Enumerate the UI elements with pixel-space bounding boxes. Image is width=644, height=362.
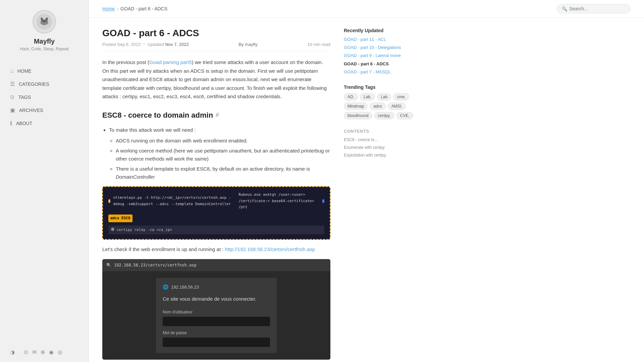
dialog-password-input[interactable] xyxy=(163,338,270,347)
recently-updated-section: Recently Updated GOAD - part 11 - ACL GO… xyxy=(344,28,421,75)
contents-item-2[interactable]: Enumerate with certipy xyxy=(344,145,421,150)
globe-icon: 🌐 xyxy=(163,283,168,291)
adcs-badge: adcs ESC8 xyxy=(108,215,132,222)
page-layout: Mayfly Hack, Code, Sleep, Repeat ⌂ HOME … xyxy=(0,0,644,362)
sidebar-item-home-label: HOME xyxy=(17,68,32,74)
sidebar-item-archives-label: ARCHIVES xyxy=(19,108,43,113)
browser-toolbar: 🔍 192.168.56.23/certsrv/certfnsh.asp xyxy=(102,259,330,271)
tag-bloodhound[interactable]: bloodhound xyxy=(344,112,372,119)
tag-amsi[interactable]: AMSI, xyxy=(388,103,406,110)
dialog-username-input[interactable] xyxy=(163,317,270,326)
browser-screenshot: 🔍 192.168.56.23/certsrv/certfnsh.asp 🌐 1… xyxy=(102,259,330,360)
article-area: GOAD - part 6 - ADCS Posted Sep 6, 2022 … xyxy=(89,18,644,362)
recent-link-2[interactable]: GOAD - part 10 - Delegations xyxy=(344,45,421,51)
contents-title: Contents xyxy=(344,129,421,134)
sidebar-item-archives[interactable]: ▣ ARCHIVES xyxy=(0,104,89,117)
code-text-left: ntlmrelayx.py -t http://<dc_ip>/certsrv/… xyxy=(113,195,236,207)
github-icon[interactable]: ⊙ xyxy=(24,349,28,355)
prev-post-link[interactable]: Goad pwning part5 xyxy=(149,59,192,65)
twitter-icon[interactable]: ✉ xyxy=(32,349,37,355)
theme-toggle-icon[interactable]: ◑ xyxy=(10,349,15,355)
email-icon[interactable]: ⊕ xyxy=(41,349,45,355)
sidebar-item-about-label: ABOUT xyxy=(16,121,32,126)
certipy-cmd-text: certipy relay -ca <ca_ip> xyxy=(117,228,172,232)
article-meta: Posted Sep 6, 2022 • Updated Nov 7, 2022… xyxy=(102,42,330,51)
browser-body: 🌐 192.168.56.23 Ce site vous demande de … xyxy=(102,271,330,360)
certipy-command: certipy relay -ca <ca_ip> xyxy=(108,226,324,235)
contents-item-3[interactable]: Exploitation with certipy xyxy=(344,153,421,158)
dialog-site-ip: 192.168.56.23 xyxy=(171,284,199,291)
recent-link-3[interactable]: GOAD - part 9 - Lateral move xyxy=(344,53,421,59)
recent-link-4[interactable]: GOAD - part 6 - ADCS xyxy=(344,61,421,67)
sub-bullet-list: ADCS running on the domain with web enro… xyxy=(116,137,330,181)
recent-link-5[interactable]: GOAD - part 7 - MSSQL xyxy=(344,69,421,75)
tags-icon: ⊙ xyxy=(10,94,14,100)
tag-cve[interactable]: CVE, xyxy=(396,112,413,119)
tag-lab2[interactable]: Lab xyxy=(377,93,391,101)
sub-list-item-1: ADCS running on the domain with web enro… xyxy=(116,137,330,145)
contents-item-1[interactable]: ESC8 - coerce to... xyxy=(344,137,421,143)
archives-icon: ▣ xyxy=(10,107,15,113)
search-bar[interactable]: 🔍 xyxy=(557,4,631,13)
categories-icon: ☰ xyxy=(10,81,15,87)
sidebar-item-categories-label: CATEGORIES xyxy=(19,81,49,87)
sidebar-item-tags[interactable]: ⊙ TAGS xyxy=(0,90,89,104)
dot-left xyxy=(108,199,110,203)
recently-updated-title: Recently Updated xyxy=(344,28,421,33)
browser-search-icon: 🔍 xyxy=(106,262,111,268)
tag-lab1[interactable]: Lab, xyxy=(360,93,375,101)
tag-cme[interactable]: cme, xyxy=(393,93,409,101)
tag-certipy[interactable]: certipy, xyxy=(374,112,394,119)
posted-label: Posted Sep 6, 2022 xyxy=(102,42,141,47)
trending-tags-section: Trending Tags AD, Lab, Lab cme, Mindmap … xyxy=(344,84,421,119)
section-anchor[interactable]: # xyxy=(216,110,219,120)
sidebar-item-about[interactable]: ℹ ABOUT xyxy=(0,117,89,130)
recent-link-1[interactable]: GOAD - part 11 - ACL xyxy=(344,37,421,43)
search-input[interactable] xyxy=(569,6,626,11)
list-item-intro: To make this attack work we will need : xyxy=(109,126,330,134)
article-title: GOAD - part 6 - ADCS xyxy=(102,28,330,39)
tags-container: AD, Lab, Lab cme, Mindmap adcs AMSI, blo… xyxy=(344,93,421,119)
article-sidebar: Recently Updated GOAD - part 11 - ACL GO… xyxy=(344,28,421,362)
dialog-username-label: Nom d'utilisateur xyxy=(163,309,270,315)
posted-date: Sep 6, 2022 xyxy=(117,42,141,47)
site-subtitle: Hack, Code, Sleep, Repeat xyxy=(20,47,68,51)
tag-ad[interactable]: AD, xyxy=(344,93,358,101)
read-time: 10 min read xyxy=(307,42,330,47)
breadcrumb-home-link[interactable]: Home xyxy=(102,6,115,11)
footer-separator: · xyxy=(19,350,20,354)
codepen-icon[interactable]: ◉ xyxy=(49,349,54,355)
trending-tags-title: Trending Tags xyxy=(344,84,421,90)
dialog-connect-text: Ce site vous demande de vous connecter. xyxy=(163,295,270,303)
sidebar-nav: ⌂ HOME ☰ CATEGORIES ⊙ TAGS ▣ ARCHIVES ℹ … xyxy=(0,65,89,130)
main-content: Home › GOAD - part 6 - ADCS 🔍 GOAD - par… xyxy=(89,0,644,362)
sidebar-item-home[interactable]: ⌂ HOME xyxy=(0,65,89,77)
breadcrumb: Home › GOAD - part 6 - ADCS xyxy=(102,6,167,11)
browser-url-text: 192.168.56.23/certsrv/certfnsh.asp xyxy=(114,262,197,268)
article-author: By mayfly xyxy=(238,42,257,47)
sidebar-item-categories[interactable]: ☰ CATEGORIES xyxy=(0,77,89,90)
article-body: In the previous post (Goad pwning part5)… xyxy=(102,58,330,360)
meta-left: Posted Sep 6, 2022 • Updated Nov 7, 2022 xyxy=(102,42,189,47)
dot-right xyxy=(322,199,324,203)
search-icon: 🔍 xyxy=(562,6,567,11)
svg-point-4 xyxy=(43,20,46,22)
attack-diagram: ntlmrelayx.py -t http://<dc_ip>/certsrv/… xyxy=(102,186,330,240)
dialog-site: 🌐 192.168.56.23 xyxy=(163,283,270,291)
home-icon: ⌂ xyxy=(10,68,13,74)
tag-adcs[interactable]: adcs xyxy=(370,103,385,110)
dialog-password-label: Mot de passe xyxy=(163,329,270,336)
rss-icon[interactable]: ◎ xyxy=(58,349,62,355)
sub-list-item-3: There is a useful template to exploit ES… xyxy=(116,165,330,181)
tag-mindmap[interactable]: Mindmap xyxy=(344,103,368,110)
contents-section: Contents ESC8 - coerce to... Enumerate w… xyxy=(344,129,421,158)
updated-date: Nov 7, 2022 xyxy=(165,42,189,47)
sidebar-item-tags-label: TAGS xyxy=(18,95,31,100)
sidebar-footer: ◑ · ⊙ ✉ ⊕ ◉ ◎ xyxy=(0,342,89,362)
section-heading-esc8: ESC8 - coerce to domain admin # xyxy=(102,109,330,121)
avatar xyxy=(33,10,56,34)
enrollment-url-link[interactable]: http://192.168.56.23/certsrv/certfnsh.as… xyxy=(225,246,315,252)
adcs-badge-row: adcs ESC8 xyxy=(108,215,324,222)
top-bar: Home › GOAD - part 6 - ADCS 🔍 xyxy=(89,0,644,18)
sidebar-header: Mayfly Hack, Code, Sleep, Repeat xyxy=(0,0,89,58)
